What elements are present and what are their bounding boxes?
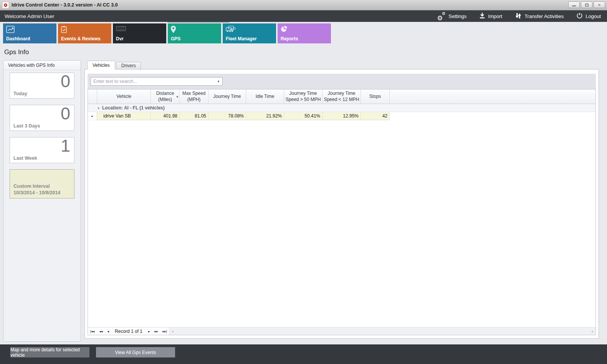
close-icon: ✕	[598, 3, 601, 7]
card-today-value: 0	[61, 71, 70, 91]
import-download-icon	[480, 13, 485, 20]
header-idle-time[interactable]: Idle Time	[246, 89, 284, 104]
settings-label: Settings	[448, 13, 466, 19]
group-row-location[interactable]: ▾ Location: Al - FL (1 vehicles)	[88, 104, 595, 112]
view-all-gps-events-button[interactable]: View All Gps Events	[96, 347, 175, 357]
tile-events-reviews[interactable]: Events & Reviews	[58, 23, 111, 43]
pager-last-button[interactable]: ▸▸|	[163, 329, 167, 333]
page-title: Gps Info	[4, 48, 29, 56]
power-icon	[577, 13, 582, 20]
map-details-button[interactable]: Map and more details for selected vehicl…	[10, 347, 89, 357]
logout-button[interactable]: Logout	[577, 13, 601, 20]
card-last-3-days[interactable]: 0 Last 3 Days	[10, 105, 74, 131]
top-toolbar: Welcome Admin User ⚙ ⚙ Settings Import T…	[0, 10, 607, 22]
cell-max-speed[interactable]: 81.05	[180, 112, 208, 120]
cell-journey-time[interactable]: 78.08%	[208, 112, 246, 120]
pager-record-text: Record 1 of 1	[115, 329, 142, 334]
window-titlebar: Idrive Control Center - 3.0.2 version - …	[0, 0, 607, 10]
pager-next-button[interactable]: ▸	[148, 329, 150, 333]
sidebar-title: Vehicles with GPS Info	[3, 61, 81, 70]
card-custom-interval[interactable]: Custom Interval 10/3/2014 - 10/9/2014	[10, 169, 74, 199]
tile-events-reviews-label: Events & Reviews	[61, 36, 101, 41]
row-indicator-icon: ▸	[91, 114, 93, 118]
welcome-text: Welcome Admin User	[0, 13, 55, 19]
card-today[interactable]: 0 Today	[10, 73, 74, 99]
grid-header-row: Vehicle Distance (Miles) ▾ Max Speed (MP…	[88, 89, 595, 104]
cell-journey-time-under-12[interactable]: 12.95%	[323, 112, 361, 120]
tab-drivers[interactable]: Drivers	[116, 62, 141, 69]
pager-prev-button[interactable]: ◂	[107, 329, 109, 333]
card-last-week-value: 1	[61, 136, 70, 156]
search-strip: ▾	[88, 74, 596, 89]
main-tabs: Vehicles Drivers	[87, 61, 141, 69]
cell-vehicle[interactable]: idrive Van SB	[97, 112, 151, 120]
close-button[interactable]: ✕	[594, 2, 605, 8]
tile-dvr[interactable]: Dvr	[113, 23, 166, 43]
cell-journey-time-over-50[interactable]: 50.41%	[284, 112, 323, 120]
card-last-week-label: Last Week	[13, 156, 37, 161]
group-row-label: Location: Al - FL (1 vehicles)	[102, 105, 165, 111]
app-icon	[2, 2, 9, 8]
toolbar-actions: ⚙ ⚙ Settings Import Transfer Activities …	[437, 12, 607, 20]
window-controls: ✕	[568, 2, 605, 8]
cell-stops[interactable]: 42	[361, 112, 390, 120]
logout-label: Logout	[585, 13, 601, 19]
header-journey-time-under-12[interactable]: Journey Time Speed < 12 MPH	[323, 89, 361, 104]
clipboard-check-icon	[61, 26, 67, 35]
settings-button[interactable]: ⚙ ⚙ Settings	[437, 12, 466, 20]
horizontal-scrollbar[interactable]: ◂ ▸	[169, 328, 595, 335]
scroll-right-icon[interactable]: ▸	[592, 329, 594, 333]
vehicles-grid: Vehicle Distance (Miles) ▾ Max Speed (MP…	[88, 89, 596, 335]
tile-dashboard[interactable]: Dashboard	[3, 23, 56, 43]
search-combobox: ▾	[91, 77, 223, 86]
cell-distance[interactable]: 401.98	[151, 112, 180, 120]
pager-prev-page-button[interactable]: ◂◂	[99, 329, 103, 333]
tab-vehicles[interactable]: Vehicles	[87, 61, 115, 69]
card-last-week[interactable]: 1 Last Week	[10, 137, 74, 163]
vehicles-tab-panel: ▾ Vehicle Distance (Miles) ▾ Max Speed (…	[84, 69, 599, 339]
maximize-icon	[585, 3, 589, 7]
tile-reports-label: Reports	[281, 36, 298, 41]
map-pin-icon	[171, 26, 176, 35]
header-indicator-cell	[88, 89, 97, 104]
header-max-speed[interactable]: Max Speed (MPH)	[180, 89, 208, 104]
pager-first-button[interactable]: |◂◂	[90, 329, 94, 333]
tile-gps[interactable]: GPS	[168, 23, 221, 43]
search-input[interactable]	[91, 79, 215, 84]
card-last-3-days-label: Last 3 Days	[13, 123, 40, 129]
transfer-activities-button[interactable]: Transfer Activities	[515, 13, 564, 20]
trucks-icon	[226, 26, 236, 34]
tile-fleet-manager-label: Fleet Manager	[226, 36, 257, 41]
header-vehicle[interactable]: Vehicle	[97, 89, 151, 104]
pie-chart-icon	[281, 26, 287, 34]
bottom-action-bar: Map and more details for selected vehicl…	[0, 344, 607, 364]
gps-info-sidebar: Vehicles with GPS Info 0 Today 0 Last 3 …	[3, 60, 81, 342]
cell-idle-time[interactable]: 21.92%	[246, 112, 284, 120]
group-collapse-icon[interactable]: ▾	[98, 106, 99, 110]
gears-icon: ⚙ ⚙	[437, 12, 445, 20]
header-journey-time[interactable]: Journey Time	[208, 89, 246, 104]
transfer-activities-label: Transfer Activities	[524, 13, 564, 19]
table-row[interactable]: ▸ idrive Van SB 401.98 81.05 78.08% 21.9…	[88, 112, 595, 120]
scroll-left-icon[interactable]: ◂	[172, 329, 174, 333]
tile-fleet-manager[interactable]: Fleet Manager	[223, 23, 276, 43]
search-dropdown-icon[interactable]: ▾	[215, 79, 222, 83]
grid-pager: |◂◂ ◂◂ ◂ Record 1 of 1 ▸ ▸▸ ▸▸| ◂ ▸	[88, 327, 595, 335]
import-label: Import	[488, 13, 502, 19]
tile-gps-label: GPS	[171, 36, 180, 41]
minimize-button[interactable]	[568, 2, 580, 8]
transfer-arrows-icon	[515, 13, 521, 20]
maximize-button[interactable]	[581, 2, 592, 8]
grid-empty-body	[88, 120, 595, 327]
header-journey-time-over-50[interactable]: Journey Time Speed > 50 MPH	[284, 89, 323, 104]
import-button[interactable]: Import	[480, 13, 502, 20]
pager-next-page-button[interactable]: ▸▸	[155, 329, 158, 333]
minimize-icon	[572, 5, 576, 7]
tile-dashboard-label: Dashboard	[6, 36, 30, 41]
header-distance[interactable]: Distance (Miles) ▾	[151, 89, 180, 104]
window-title: Idrive Control Center - 3.0.2 version - …	[12, 2, 118, 8]
cell-filler	[390, 112, 595, 120]
header-stops[interactable]: Stops	[361, 89, 390, 104]
tile-reports[interactable]: Reports	[278, 23, 331, 43]
dashboard-chart-icon	[6, 26, 15, 35]
